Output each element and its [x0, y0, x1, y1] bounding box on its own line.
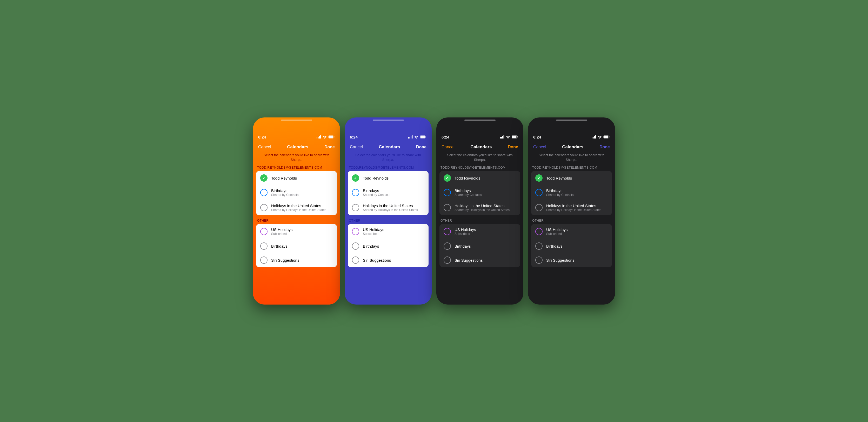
list-item-siri-3[interactable]: Siri Suggestions [439, 253, 520, 267]
time-3: 6:24 [441, 135, 449, 139]
svg-rect-13 [501, 137, 502, 139]
list-item-todd-4[interactable]: ✓ Todd Reynolds [531, 171, 612, 185]
list-item-birthdays2-4[interactable]: Birthdays [531, 239, 612, 253]
circle-purple-2 [352, 228, 359, 235]
list-item-holidays-1[interactable]: Holidays in the United States Shared by … [256, 200, 337, 215]
check-icon-1: ✓ [260, 174, 268, 182]
circle-gray3-3 [444, 257, 451, 264]
item-title-usholidays-2: US Holidays [363, 228, 424, 232]
wifi-icon-2 [414, 135, 418, 139]
item-text-birthdays2-4: Birthdays [546, 244, 608, 248]
list-item-birthdays-3[interactable]: Birthdays Shared by Contacts [439, 185, 520, 200]
circle-purple-3 [444, 228, 451, 235]
done-button-1[interactable]: Done [324, 145, 335, 149]
cancel-button-4[interactable]: Cancel [533, 145, 546, 149]
circle-gray3-1 [260, 257, 268, 264]
svg-rect-0 [317, 137, 317, 139]
list-item-usholidays-4[interactable]: US Holidays Subscribed [531, 224, 612, 239]
list-item-birthdays-2[interactable]: Birthdays Shared by Contacts [348, 185, 429, 200]
circle-gray2-2 [352, 242, 359, 250]
list-item-birthdays-1[interactable]: Birthdays Shared by Contacts [256, 185, 337, 200]
list-item-siri-1[interactable]: Siri Suggestions [256, 253, 337, 267]
list-item-birthdays2-1[interactable]: Birthdays [256, 239, 337, 253]
cancel-button-3[interactable]: Cancel [441, 145, 455, 149]
svg-rect-15 [504, 135, 504, 139]
svg-rect-7 [410, 137, 410, 139]
item-title-usholidays-3: US Holidays [455, 228, 516, 232]
phone-top-1 [253, 117, 340, 130]
subtitle-1: Select the calendars you'd like to share… [253, 152, 340, 166]
list-item-birthdays2-3[interactable]: Birthdays [439, 239, 520, 253]
done-button-2[interactable]: Done [416, 145, 427, 149]
cancel-button-2[interactable]: Cancel [350, 145, 363, 149]
section-label-2-1: TODD.REYNOLDS@GETELEMENTS.COM [345, 166, 432, 171]
section-label-1-2: OTHER [253, 219, 340, 224]
status-bar-4: 6:24 [528, 130, 615, 142]
list-item-holidays-4[interactable]: Holidays in the United States Shared by … [531, 200, 612, 215]
circle-purple-1 [260, 228, 268, 235]
circle-gray2-1 [260, 242, 268, 250]
phone-1: 6:24 Cancel Calendars Done Select the ca… [253, 117, 340, 305]
list-card-3-2: US Holidays Subscribed Birthdays Siri Su… [439, 224, 520, 267]
item-text-birthdays2-3: Birthdays [455, 244, 516, 248]
subtitle-2: Select the calendars you'd like to share… [345, 152, 432, 166]
list-item-todd-2[interactable]: ✓ Todd Reynolds [348, 171, 429, 185]
list-item-usholidays-2[interactable]: US Holidays Subscribed [348, 224, 429, 239]
svg-rect-6 [408, 137, 409, 139]
nav-title-2: Calendars [379, 145, 400, 150]
circle-purple-4 [535, 228, 542, 235]
item-text-usholidays-3: US Holidays Subscribed [455, 228, 516, 236]
list-item-birthdays2-2[interactable]: Birthdays [348, 239, 429, 253]
item-title-birthdays-3: Birthdays [455, 188, 516, 193]
svg-rect-5 [329, 136, 333, 138]
list-item-birthdays-4[interactable]: Birthdays Shared by Contacts [531, 185, 612, 200]
svg-rect-18 [592, 137, 592, 139]
wifi-icon-4 [598, 135, 602, 139]
nav-title-3: Calendars [470, 145, 492, 150]
svg-rect-11 [421, 136, 425, 138]
item-subtitle-usholidays-2: Subscribed [363, 232, 424, 236]
svg-rect-2 [319, 136, 320, 139]
status-icons-1 [317, 135, 335, 139]
list-item-siri-2[interactable]: Siri Suggestions [348, 253, 429, 267]
item-text-siri-1: Siri Suggestions [271, 258, 333, 263]
item-text-todd-2: Todd Reynolds [363, 176, 424, 180]
svg-rect-14 [502, 136, 503, 139]
list-item-todd-3[interactable]: ✓ Todd Reynolds [439, 171, 520, 185]
item-title-birthdays-1: Birthdays [271, 188, 333, 193]
item-subtitle-birthdays-1: Shared by Contacts [271, 193, 333, 197]
list-item-holidays-3[interactable]: Holidays in the United States Shared by … [439, 200, 520, 215]
done-button-4[interactable]: Done [599, 145, 610, 149]
list-card-1-2: US Holidays Subscribed Birthdays Siri Su… [256, 224, 337, 267]
item-text-usholidays-1: US Holidays Subscribed [271, 228, 333, 236]
item-subtitle-holidays-1: Shared by Holidays in the United States [271, 208, 333, 212]
svg-rect-20 [594, 136, 595, 139]
nav-bar-4: Cancel Calendars Done [528, 142, 615, 152]
list-item-siri-4[interactable]: Siri Suggestions [531, 253, 612, 267]
svg-rect-12 [500, 137, 501, 139]
item-title-birthdays2-1: Birthdays [271, 244, 333, 248]
list-card-2-2: US Holidays Subscribed Birthdays Siri Su… [348, 224, 429, 267]
section-label-1-1: TODD.REYNOLDS@GETELEMENTS.COM [253, 166, 340, 171]
item-subtitle-holidays-4: Shared by Holidays in the United States [546, 208, 608, 212]
done-button-3[interactable]: Done [508, 145, 518, 149]
item-text-holidays-4: Holidays in the United States Shared by … [546, 204, 608, 212]
list-item-usholidays-1[interactable]: US Holidays Subscribed [256, 224, 337, 239]
item-title-todd-2: Todd Reynolds [363, 176, 424, 180]
phone-top-4 [528, 117, 615, 130]
list-item-todd-1[interactable]: ✓ Todd Reynolds [256, 171, 337, 185]
time-1: 6:24 [258, 135, 266, 139]
list-item-holidays-2[interactable]: Holidays in the United States Shared by … [348, 200, 429, 215]
item-title-birthdays-4: Birthdays [546, 188, 608, 193]
item-text-siri-2: Siri Suggestions [363, 258, 424, 263]
item-subtitle-birthdays-3: Shared by Contacts [455, 193, 516, 197]
cancel-button-1[interactable]: Cancel [258, 145, 271, 149]
svg-rect-21 [595, 135, 596, 139]
item-title-usholidays-1: US Holidays [271, 228, 333, 232]
item-subtitle-birthdays-2: Shared by Contacts [363, 193, 424, 197]
item-text-holidays-2: Holidays in the United States Shared by … [363, 204, 424, 212]
list-item-usholidays-3[interactable]: US Holidays Subscribed [439, 224, 520, 239]
checkmark-4: ✓ [537, 176, 540, 180]
item-subtitle-birthdays-4: Shared by Contacts [546, 193, 608, 197]
item-title-siri-2: Siri Suggestions [363, 258, 424, 263]
